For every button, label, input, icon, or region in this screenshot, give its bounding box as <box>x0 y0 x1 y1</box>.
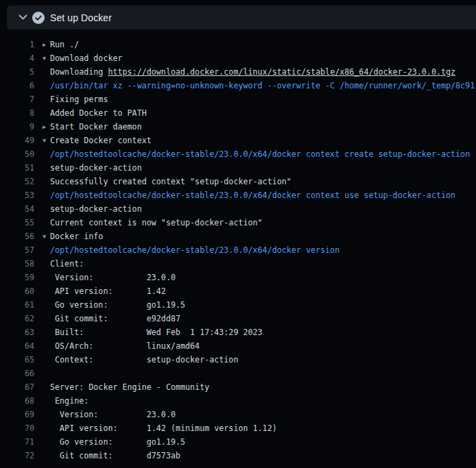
step-header[interactable]: Set up Docker <box>7 5 476 29</box>
line-number[interactable]: 66 <box>0 369 34 378</box>
line-number[interactable]: 64 <box>0 341 34 351</box>
log-line: 1▶Run ./ <box>0 38 476 51</box>
log-line-content: Go version: go1.19.5 <box>43 300 185 310</box>
line-number[interactable]: 55 <box>0 218 34 227</box>
line-number[interactable]: 53 <box>0 190 34 200</box>
log-line: 61 Go version: go1.19.5 <box>0 298 476 312</box>
log-text: API version: 1.42 (minimum version 1.12) <box>50 423 277 433</box>
line-number[interactable]: 8 <box>0 108 34 118</box>
group-title: Start Docker daemon <box>50 122 142 132</box>
line-number[interactable]: 57 <box>0 245 34 255</box>
log-line-content: Version: 23.0.0 <box>43 410 176 419</box>
log-line: 56▼Docker info <box>0 230 476 243</box>
line-number[interactable]: 1 <box>0 40 34 49</box>
line-number[interactable]: 71 <box>0 437 34 447</box>
command-text: /opt/hostedtoolcache/docker-stable/23.0.… <box>50 190 455 200</box>
line-number[interactable]: 5 <box>0 67 34 77</box>
log-text: Current context is now "setup-docker-act… <box>50 218 263 227</box>
line-number[interactable]: 7 <box>0 95 34 104</box>
log-group-toggle[interactable]: ▼Download docker <box>43 53 123 63</box>
workflow-log-panel: Set up Docker 1▶Run ./4▼Download docker5… <box>0 0 476 468</box>
log-line: 4▼Download docker <box>0 51 476 65</box>
log-line: 71 Go version: go1.19.5 <box>0 435 476 449</box>
log-line-content: /opt/hostedtoolcache/docker-stable/23.0.… <box>43 245 340 255</box>
log-group-toggle[interactable]: ▶Run ./ <box>43 40 79 49</box>
line-number[interactable]: 4 <box>0 53 34 63</box>
log-line: 51setup-docker-action <box>0 161 476 175</box>
log-line: 59 Version: 23.0.0 <box>0 271 476 284</box>
log-line: 7Fixing perms <box>0 93 476 106</box>
log-text: Go version: go1.19.5 <box>50 300 185 310</box>
log-text: Downloading <box>50 67 108 77</box>
log-line: 70 API version: 1.42 (minimum version 1.… <box>0 421 476 435</box>
log-line-content: Current context is now "setup-docker-act… <box>43 218 263 227</box>
log-line: 63 Built: Wed Feb 1 17:43:29 2023 <box>0 325 476 339</box>
line-number[interactable]: 56 <box>0 232 34 241</box>
line-number[interactable]: 68 <box>0 396 34 406</box>
log-line-content: Fixing perms <box>43 95 108 104</box>
line-number[interactable]: 63 <box>0 328 34 337</box>
log-group-toggle[interactable]: ▶Start Docker daemon <box>43 122 142 132</box>
triangle-down-icon: ▼ <box>43 137 50 144</box>
log-group-toggle[interactable]: ▼Create Docker context <box>43 136 152 145</box>
log-line: 66 <box>0 367 476 380</box>
log-text: Fixing perms <box>50 95 108 104</box>
log-line: 8Added Docker to PATH <box>0 106 476 120</box>
log-text: Engine: <box>50 396 88 406</box>
command-text: /usr/bin/tar xz --warning=no-unknown-key… <box>50 81 475 90</box>
log-line: 72 Git commit: d7573ab <box>0 449 476 463</box>
group-title: Download docker <box>50 53 123 63</box>
log-line-content: Built: Wed Feb 1 17:43:29 2023 <box>43 328 263 337</box>
log-line-content: Downloading https://download.docker.com/… <box>43 67 455 77</box>
triangle-down-icon: ▼ <box>43 55 50 62</box>
log-text: Git commit: e92dd87 <box>50 314 180 323</box>
log-line-content: setup-docker-action <box>43 204 142 214</box>
line-number[interactable]: 62 <box>0 314 34 323</box>
log-line: 65 Context: setup-docker-action <box>0 353 476 367</box>
line-number[interactable]: 6 <box>0 81 34 90</box>
log-line: 6/usr/bin/tar xz --warning=no-unknown-ke… <box>0 79 476 93</box>
log-group-toggle[interactable]: ▼Docker info <box>43 232 103 241</box>
log-line: 49▼Create Docker context <box>0 134 476 147</box>
log-line-content: Client: <box>43 259 84 269</box>
log-link[interactable]: https://download.docker.com/linux/static… <box>108 67 455 77</box>
log-line: 60 API version: 1.42 <box>0 284 476 298</box>
log-line-content: Version: 23.0.0 <box>43 273 176 282</box>
line-number[interactable]: 70 <box>0 423 34 433</box>
log-text: Version: 23.0.0 <box>50 410 176 419</box>
chevron-down-icon[interactable] <box>19 14 27 21</box>
line-number[interactable]: 69 <box>0 410 34 419</box>
log-line-content: Added Docker to PATH <box>43 108 147 118</box>
log-line: 69 Version: 23.0.0 <box>0 408 476 421</box>
log-text: Built: Wed Feb 1 17:43:29 2023 <box>50 328 263 337</box>
log-line-content: Go version: go1.19.5 <box>43 437 185 447</box>
line-number[interactable]: 59 <box>0 273 34 282</box>
group-title: Run ./ <box>50 40 79 49</box>
line-number[interactable]: 52 <box>0 177 34 186</box>
line-number[interactable]: 54 <box>0 204 34 214</box>
log-line-content: OS/Arch: linux/amd64 <box>43 341 200 351</box>
line-number[interactable]: 50 <box>0 149 34 159</box>
group-title: Docker info <box>50 232 103 241</box>
line-number[interactable]: 61 <box>0 300 34 310</box>
log-line: 67Server: Docker Engine - Community <box>0 380 476 394</box>
line-number[interactable]: 65 <box>0 355 34 365</box>
log-line-content: /opt/hostedtoolcache/docker-stable/23.0.… <box>43 190 455 200</box>
line-number[interactable]: 9 <box>0 122 34 132</box>
log-text: Git commit: d7573ab <box>50 451 180 460</box>
log-line-content: Git commit: d7573ab <box>43 451 180 460</box>
log-text: OS/Arch: linux/amd64 <box>50 341 200 351</box>
log-line: 5Downloading https://download.docker.com… <box>0 65 476 79</box>
line-number[interactable]: 67 <box>0 382 34 392</box>
line-number[interactable]: 51 <box>0 163 34 173</box>
triangle-right-icon: ▶ <box>43 41 50 48</box>
line-number[interactable]: 49 <box>0 136 34 145</box>
log-line-content: Server: Docker Engine - Community <box>43 382 209 392</box>
log-line-content: Context: setup-docker-action <box>43 355 238 365</box>
line-number[interactable]: 72 <box>0 451 34 460</box>
log-text: Successfully created context "setup-dock… <box>50 177 291 186</box>
line-number[interactable]: 60 <box>0 286 34 296</box>
log-text: Go version: go1.19.5 <box>50 437 185 447</box>
line-number[interactable]: 58 <box>0 259 34 269</box>
log-line: 9▶Start Docker daemon <box>0 120 476 134</box>
